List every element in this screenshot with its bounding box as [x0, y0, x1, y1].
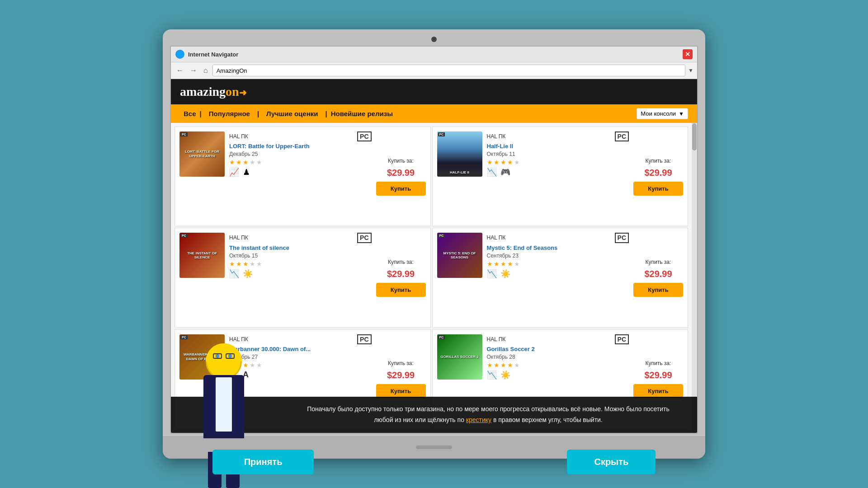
console-selector[interactable]: Мои консоли ▼	[637, 108, 688, 119]
date-gorillas: Октябрь 28	[487, 354, 629, 360]
buy-btn-mystic[interactable]: Купить	[633, 283, 683, 297]
platform-halflie: PC	[615, 131, 629, 141]
browser-globe-icon: 🌐	[175, 50, 184, 59]
chart-up-icon: 📈	[229, 167, 239, 177]
publisher-halflie: HAL ПК	[487, 133, 506, 140]
stars-halflie: ★ ★ ★ ★ ★	[487, 159, 629, 166]
price-lort: $29.99	[387, 168, 415, 178]
product-badges-mystic: 📉 ☀️	[487, 269, 629, 279]
scrollbar-thumb[interactable]	[692, 123, 697, 150]
platform-mystic: PC	[615, 233, 629, 243]
close-button[interactable]: ✕	[683, 49, 693, 59]
product-info-halflie: HAL ПК PC Half-Lie II Октябрь 11 ★ ★ ★ ★…	[487, 131, 629, 221]
title-mystic[interactable]: Mystic 5: End of Seasons	[487, 244, 629, 251]
chart-down-icon-mystic: 📉	[487, 269, 497, 279]
platform-gorillas: PC	[615, 334, 629, 344]
sun-icon-gorillas: ☀️	[500, 370, 510, 380]
product-cover-halflie[interactable]: PC HALF-LIE II	[437, 131, 482, 177]
sun-icon-mystic: ☀️	[500, 269, 510, 279]
buy-label-gorillas: Купить за:	[646, 360, 671, 366]
scrollbar-track[interactable]	[692, 123, 697, 433]
buy-col-instant: Купить за: $29.99 Купить	[376, 233, 426, 323]
product-badges-gorillas: 📉 ☀️	[487, 370, 629, 380]
buy-btn-gorillas[interactable]: Купить	[633, 384, 683, 398]
price-gorillas: $29.99	[644, 370, 672, 380]
buy-btn-halflie[interactable]: Купить	[633, 182, 683, 196]
date-instant: Октябрь 15	[229, 253, 372, 259]
buy-btn-instant[interactable]: Купить	[376, 283, 426, 297]
laptop-foot	[416, 446, 452, 449]
address-bar[interactable]	[212, 65, 685, 76]
buy-col-mystic: Купить за: $29.99 Купить	[633, 233, 683, 323]
price-instant: $29.99	[387, 269, 415, 279]
logo-arrow: ➜	[239, 88, 247, 98]
laptop-camera	[431, 37, 437, 42]
date-mystic: Сентябрь 23	[487, 253, 629, 259]
stars-lort: ★ ★ ★ ★ ★	[229, 159, 372, 166]
title-lort[interactable]: LORT: Battle for Upper-Earth	[229, 143, 372, 150]
platform-instant: PC	[357, 233, 371, 243]
gamepad-icon: 🎮	[500, 167, 510, 177]
buy-col-halflie: Купить за: $29.99 Купить	[633, 131, 683, 221]
sun-icon-instant: ☀️	[243, 269, 253, 279]
chart-down-icon-instant: 📉	[229, 269, 239, 279]
accept-button[interactable]: Принять	[212, 450, 314, 474]
product-badges-halflie: 📉 🎮	[487, 167, 629, 177]
logo-part2: on	[226, 84, 239, 99]
publisher-instant: HAL ПК	[229, 235, 248, 241]
console-select-label: Мои консоли	[641, 110, 676, 117]
date-halflie: Октябрь 11	[487, 151, 629, 157]
title-gorillas[interactable]: Gorillas Soccer 2	[487, 346, 629, 352]
logo-part1: amazing	[180, 84, 226, 99]
browser-title: Internet Navigator	[188, 51, 238, 58]
product-card-instant: PC THE INSTANT OF SILENCE HAL ПК PC The …	[175, 228, 431, 328]
buy-label-instant: Купить за:	[388, 259, 414, 265]
chart-down-icon-halflie: 📉	[487, 167, 497, 177]
product-cover-lort[interactable]: PC LORT: BATTLE FOR UPPER-EARTH	[179, 131, 225, 177]
product-card-lort: PC LORT: BATTLE FOR UPPER-EARTH HAL ПК P…	[175, 127, 431, 226]
product-info-lort: HAL ПК PC LORT: Battle for Upper-Earth Д…	[229, 131, 372, 221]
chart-down-icon-gorillas: 📉	[487, 370, 497, 380]
title-halflie[interactable]: Half-Lie II	[487, 143, 629, 150]
browser-titlebar: 🌐 Internet Navigator ✕	[171, 47, 697, 62]
buy-label-mystic: Купить за:	[646, 259, 671, 265]
product-card-mystic: PC MYSTIC 5: END OF SEASONS HAL ПК PC My…	[432, 228, 689, 328]
back-button[interactable]: ←	[175, 66, 185, 75]
platform-lort: PC	[357, 131, 371, 141]
buy-label-halflie: Купить за:	[646, 158, 671, 164]
address-dropdown-icon[interactable]: ▼	[688, 67, 693, 74]
nav-new-releases[interactable]: Новейшие релизы	[327, 110, 396, 117]
store-logo: amazingon➜	[180, 84, 247, 99]
product-cover-instant[interactable]: PC THE INSTANT OF SILENCE	[179, 233, 225, 278]
product-badges-lort: 📈 ♟	[229, 167, 372, 177]
home-button[interactable]: ⌂	[202, 66, 210, 75]
forward-button[interactable]: →	[188, 66, 199, 75]
browser-navbar: ← → ⌂ ▼	[171, 62, 697, 79]
nav-all[interactable]: Все	[180, 110, 200, 117]
hide-button[interactable]: Скрыть	[567, 450, 656, 474]
date-lort: Декабрь 25	[229, 151, 372, 157]
product-info-mystic: HAL ПК PC Mystic 5: End of Seasons Сентя…	[487, 233, 629, 323]
product-badges-instant: 📉 ☀️	[229, 269, 372, 279]
title-instant[interactable]: The instant of silence	[229, 244, 372, 251]
buy-btn-warbanner[interactable]: Купить	[376, 384, 426, 398]
platform-warbanner: PC	[357, 334, 371, 344]
product-cover-gorillas[interactable]: PC GORILLAS SOCCER 2	[437, 334, 482, 380]
dialog-link[interactable]: крестику	[466, 416, 491, 423]
product-info-instant: HAL ПК PC The instant of silence Октябрь…	[229, 233, 372, 323]
nav-popular[interactable]: Популярное	[202, 110, 257, 117]
product-card-halflie: PC HALF-LIE II HAL ПК PC Half-Lie II Окт…	[432, 127, 689, 226]
product-cover-mystic[interactable]: PC MYSTIC 5: END OF SEASONS	[437, 233, 482, 278]
chess-icon: ♟	[243, 167, 250, 177]
stars-mystic: ★ ★ ★ ★ ★	[487, 260, 629, 267]
stars-gorillas: ★ ★ ★ ★ ★	[487, 361, 629, 369]
price-warbanner: $29.99	[387, 370, 415, 380]
dialog-text-part2: в правом верхнем углу, чтобы выйти.	[491, 416, 603, 423]
buy-btn-lort[interactable]: Купить	[376, 182, 426, 196]
store-header: amazingon➜	[171, 79, 697, 104]
publisher-warbanner: HAL ПК	[229, 336, 248, 343]
category-nav: Все | Популярное | Лучшие оценки | Новей…	[171, 104, 697, 123]
console-dropdown-icon: ▼	[679, 111, 684, 117]
nav-top-rated[interactable]: Лучшие оценки	[259, 110, 325, 117]
stars-instant: ★ ★ ★ ★ ★	[229, 260, 372, 267]
